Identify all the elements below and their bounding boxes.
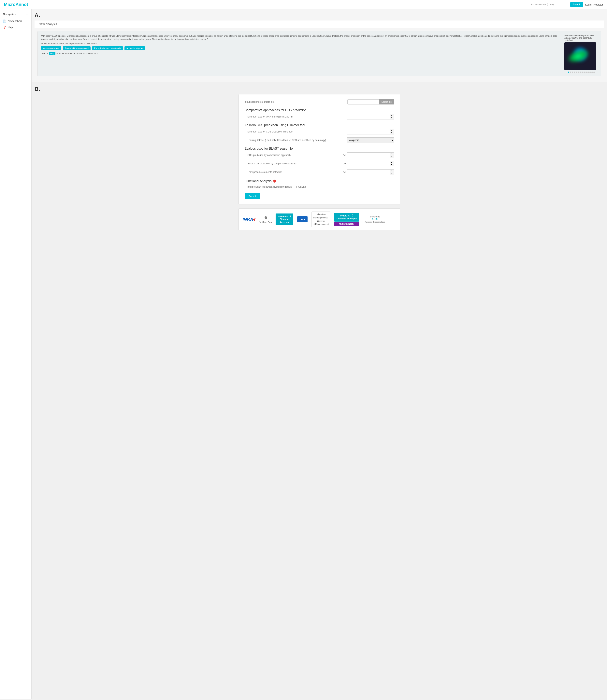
cds-pred-row: CDS prediction by comparative approach 1… (248, 152, 394, 158)
sidebar-item-label: New analysis (8, 20, 22, 22)
transposable-input[interactable]: -10 (347, 170, 390, 174)
transposable-label: Transposable elements detection (248, 171, 341, 173)
interpro-label: InterproScan tool (Desactivated by defau… (248, 185, 292, 188)
small-cds-up-btn[interactable]: ▲ (390, 161, 394, 163)
species-btn-0[interactable]: Nosema ceranae (41, 46, 61, 50)
sidebar-item-new-analysis[interactable]: 📄 New analysis (0, 18, 32, 24)
dot-active[interactable] (568, 71, 569, 73)
submit-button[interactable]: Submit (245, 193, 260, 199)
footer-logos: INRA€ ⚗ VetAgro Sup UNIVERSITÉ Clermont … (238, 209, 400, 230)
help-prefix: Click on (41, 52, 48, 54)
dot-8[interactable] (584, 71, 585, 73)
abinitio-subsection: Minimum size for CDS prediction (min: 30… (245, 129, 394, 143)
section-b-wrapper: B. Input sequence(s) (fasta file) Select… (32, 82, 607, 234)
dot-11[interactable] (589, 71, 591, 73)
cds-pred-down-btn[interactable]: ▼ (390, 155, 394, 158)
section-b: Input sequence(s) (fasta file) Select fi… (238, 94, 400, 204)
register-link[interactable]: Register (593, 3, 603, 6)
logo-inrae: INRA€ (243, 217, 256, 222)
logo-lmge: Laboratoire Microorganismes : Génome et … (312, 212, 330, 227)
cds-spinner-btns: ▲ ▼ (390, 129, 394, 134)
species-btn-2[interactable]: Encephalitozoon intestinalis (92, 46, 123, 50)
select-file-button[interactable]: Select file (379, 100, 394, 105)
login-link[interactable]: Login (585, 3, 592, 6)
small-cds-input[interactable]: -5 (347, 161, 390, 166)
cds-pred-input[interactable]: -15 (347, 153, 390, 157)
orf-input[interactable]: 240 (347, 114, 390, 119)
section-a-label: A. (35, 12, 604, 19)
small-cds-prefix-input: 1e -5 ▲ ▼ (343, 161, 394, 167)
cds-up-btn[interactable]: ▲ (390, 129, 394, 132)
dot-10[interactable] (587, 71, 589, 73)
page-title: New analysis (35, 21, 604, 28)
dot-12[interactable] (591, 71, 593, 73)
dot-3[interactable] (574, 71, 575, 73)
sidebar-item-help[interactable]: ❓ Help (0, 24, 32, 30)
section-a: A. New analysis With nearly 1,500 specie… (32, 9, 607, 82)
species-buttons: Nosema ceranae Encephalitozoon cuniculi … (41, 46, 561, 50)
cds-min-input[interactable]: 300 (347, 129, 390, 134)
logo-meso: UNIVERSITÉClermont Auvergne MÉSOCENTRE (334, 213, 359, 226)
hamburger-icon[interactable]: ☰ (26, 12, 28, 16)
transposable-up-btn[interactable]: ▲ (390, 170, 394, 172)
image-caption: HeLa cell infected by Anncallia algerae … (564, 34, 598, 41)
search-input[interactable] (529, 2, 568, 7)
logo-vetagro: ⚗ VetAgro Sup (259, 216, 272, 223)
file-text-input[interactable] (348, 100, 379, 105)
orf-up-btn[interactable]: ▲ (390, 114, 394, 117)
cds-min-label: Minimum size for CDS prediction (min: 30… (248, 130, 345, 133)
cds-pred-prefix-input: 1e -15 ▲ ▼ (343, 152, 394, 158)
species-btn-1[interactable]: Encephalitozoon cuniculi (63, 46, 90, 50)
analysis-text: With nearly 1,500 species, Microsporidia… (41, 34, 561, 73)
small-cds-spinner: -5 ▲ ▼ (347, 161, 394, 167)
logo-aubi: UNIVERSITÉ AuBi Auvergne Bioinformatique (363, 215, 387, 224)
small-cds-prefix: 1e (343, 162, 346, 165)
small-cds-spinner-btns: ▲ ▼ (390, 161, 394, 166)
cds-pred-spinner: -15 ▲ ▼ (347, 152, 394, 158)
cds-pred-up-btn[interactable]: ▲ (390, 153, 394, 155)
transposable-down-btn[interactable]: ▼ (390, 172, 394, 175)
help-suffix: for more information on the Microannot t… (56, 52, 98, 54)
logo-cnrs: cnrs (297, 216, 307, 222)
new-analysis-icon: 📄 (3, 20, 6, 23)
dot-2[interactable] (572, 71, 573, 73)
header-right: Search Login Register (529, 2, 603, 7)
image-panel: HeLa cell infected by Anncallia algerae … (564, 34, 598, 73)
content-area: A. New analysis With nearly 1,500 specie… (32, 9, 607, 699)
cds-min-row: Minimum size for CDS prediction (min: 30… (248, 129, 394, 134)
sidebar: Navigation ☰ 📄 New analysis ❓ Help (0, 9, 32, 699)
dot-5[interactable] (578, 71, 579, 73)
navigation-label: Navigation (3, 13, 16, 16)
asterisk-icon: ✱ (273, 179, 276, 183)
dot-1[interactable] (570, 71, 571, 73)
training-label: Training dataset (used only if less than… (248, 139, 345, 141)
small-cds-label: Small CDS prediction by comparative appr… (248, 162, 341, 165)
intro-paragraph: With nearly 1,500 species, Microsporidia… (41, 34, 561, 41)
small-cds-down-btn[interactable]: ▼ (390, 163, 394, 166)
dot-4[interactable] (575, 71, 577, 73)
search-button[interactable]: Search (570, 2, 583, 7)
help-badge[interactable]: help (49, 52, 56, 55)
dot-13[interactable] (593, 71, 595, 73)
transposable-row: Transposable elements detection 1e -10 ▲… (248, 169, 394, 175)
logo-uca: UNIVERSITÉ Clermont Auvergne (276, 214, 293, 225)
functional-heading: Functional Analysis (245, 179, 272, 183)
file-input-row: Input sequence(s) (fasta file) Select fi… (245, 100, 394, 105)
orf-down-btn[interactable]: ▼ (390, 117, 394, 119)
species-btn-3[interactable]: Anncallia algerae (124, 46, 145, 50)
evalues-heading: Evalues used for BLAST search for (245, 147, 394, 150)
training-select[interactable]: A algerae E cuniculi E intestinalis N ce… (347, 137, 394, 143)
analysis-card: With nearly 1,500 species, Microsporidia… (38, 31, 601, 76)
logo: MicroAnnot (4, 2, 28, 7)
dot-6[interactable] (580, 71, 581, 73)
interpro-checkbox[interactable] (294, 186, 296, 188)
transposable-spinner: -10 ▲ ▼ (347, 169, 394, 175)
file-input-wrapper: Select file (348, 100, 394, 105)
cds-pred-prefix: 1e (343, 154, 346, 156)
transposable-spinner-btns: ▲ ▼ (390, 170, 394, 175)
activate-label: Activate (298, 185, 307, 188)
dot-9[interactable] (586, 71, 587, 73)
comparative-heading: Comparative approaches for CDS predictio… (245, 108, 394, 112)
dot-7[interactable] (582, 71, 583, 73)
cds-down-btn[interactable]: ▼ (390, 132, 394, 134)
